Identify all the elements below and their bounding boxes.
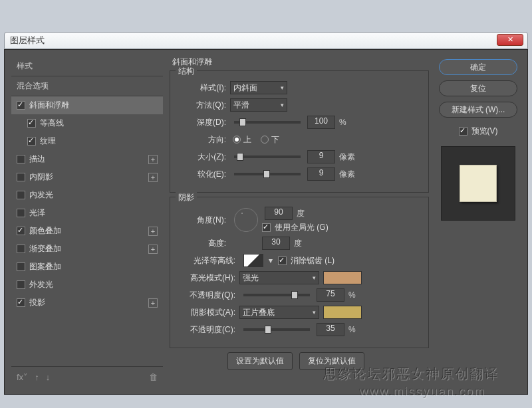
highlight-mode-label: 高光模式(H): [178, 272, 235, 284]
shadow-opacity-label: 不透明度(C): [178, 324, 235, 336]
close-button[interactable]: ✕ [497, 34, 523, 46]
style-bevel-emboss[interactable]: 斜面和浮雕 [11, 96, 163, 114]
up-arrow-icon[interactable]: ↑ [35, 372, 39, 382]
technique-label: 方法(Q): [178, 100, 226, 111]
size-unit: 像素 [339, 152, 355, 163]
highlight-color-swatch[interactable] [323, 271, 362, 284]
shadow-opacity-slider[interactable] [243, 328, 310, 331]
style-gradient-overlay[interactable]: 渐变叠加 + [11, 240, 163, 258]
blend-options-header[interactable]: 混合选项 [11, 76, 163, 96]
add-icon[interactable]: + [148, 227, 158, 236]
panel-heading: 斜面和浮雕 [172, 56, 429, 68]
style-drop-shadow[interactable]: 投影 + [11, 294, 163, 312]
trash-icon[interactable]: 🗑 [149, 372, 158, 382]
fx-icon[interactable]: fx˅ [17, 372, 28, 382]
checkbox-color-overlay[interactable] [17, 227, 25, 235]
styles-header[interactable]: 样式 [11, 56, 163, 76]
style-label: 颜色叠加 [29, 225, 61, 237]
style-label: 渐变叠加 [29, 243, 61, 255]
highlight-opacity-input[interactable]: 75 [317, 288, 344, 302]
style-label: 内发光 [29, 189, 53, 201]
depth-input[interactable]: 100 [307, 116, 335, 129]
angle-label: 角度(N): [178, 215, 226, 226]
technique-combo[interactable]: 平滑▾ [230, 98, 287, 112]
styles-list: 样式 混合选项 斜面和浮雕 等高线 纹理 描边 + 内阴影 + 内发光 [11, 56, 163, 387]
shadow-mode-combo[interactable]: 正片叠底▾ [239, 306, 319, 319]
checkbox-satin[interactable] [17, 209, 25, 217]
chevron-down-icon[interactable]: ▾ [269, 256, 273, 265]
titlebar: 图层样式 ✕ [4, 32, 528, 49]
style-label: 描边 [29, 153, 45, 165]
list-footer: fx˅ ↑ ↓ 🗑 [11, 366, 163, 387]
checkbox-inner-glow[interactable] [17, 191, 25, 199]
checkbox-stroke[interactable] [17, 155, 25, 163]
gloss-contour-picker[interactable] [243, 254, 263, 267]
style-label: 斜面和浮雕 [29, 100, 69, 111]
right-panel: 确定 复位 新建样式 (W)... 预览(V) [436, 56, 521, 387]
checkbox-pattern-overlay[interactable] [17, 262, 25, 271]
preview-checkbox[interactable] [459, 127, 467, 136]
soften-unit: 像素 [339, 169, 355, 180]
reset-default-button[interactable]: 复位为默认值 [299, 352, 364, 370]
direction-down-radio[interactable] [261, 136, 269, 144]
size-slider[interactable] [234, 155, 301, 158]
add-icon[interactable]: + [148, 155, 158, 164]
shadow-opacity-input[interactable]: 35 [317, 323, 344, 336]
global-light-checkbox[interactable] [262, 223, 271, 232]
direction-label: 方向: [178, 134, 226, 146]
style-inner-shadow[interactable]: 内阴影 + [11, 168, 163, 186]
style-stroke[interactable]: 描边 + [11, 150, 163, 168]
style-label: 等高线 [40, 118, 64, 129]
checkbox-drop-shadow[interactable] [17, 298, 25, 307]
altitude-input[interactable]: 30 [262, 237, 290, 250]
highlight-mode-combo[interactable]: 强光▾ [239, 271, 319, 284]
style-label: 投影 [29, 297, 45, 308]
angle-input[interactable]: 90 [265, 207, 293, 220]
soften-slider[interactable] [234, 173, 301, 175]
style-outer-glow[interactable]: 外发光 [11, 276, 163, 294]
make-default-button[interactable]: 设置为默认值 [227, 352, 293, 370]
antialias-checkbox[interactable] [278, 256, 287, 265]
add-icon[interactable]: + [148, 298, 158, 308]
style-satin[interactable]: 光泽 [11, 204, 163, 222]
soften-input[interactable]: 9 [307, 167, 335, 181]
style-texture[interactable]: 纹理 [11, 132, 163, 150]
add-icon[interactable]: + [148, 173, 158, 182]
chevron-down-icon: ▾ [313, 274, 316, 281]
highlight-opacity-label: 不透明度(Q): [178, 290, 235, 301]
preview-label: 预览(V) [471, 126, 498, 137]
ok-button[interactable]: 确定 [439, 59, 517, 75]
shading-legend: 阴影 [176, 192, 197, 203]
chevron-down-icon: ▾ [281, 102, 284, 108]
direction-up-radio[interactable] [233, 136, 241, 144]
style-label: 纹理 [40, 136, 56, 147]
altitude-label: 高度: [178, 238, 226, 249]
add-icon[interactable]: + [148, 245, 158, 254]
cancel-button[interactable]: 复位 [439, 80, 517, 96]
style-inner-glow[interactable]: 内发光 [11, 186, 163, 204]
style-pattern-overlay[interactable]: 图案叠加 [11, 258, 163, 276]
depth-unit: % [339, 118, 346, 127]
structure-group: 结构 样式(I): 内斜面▾ 方法(Q): 平滑▾ 深度(D): 100 % 方… [170, 70, 429, 193]
style-label: 图案叠加 [29, 261, 61, 272]
checkbox-contour[interactable] [27, 119, 36, 128]
size-input[interactable]: 9 [307, 150, 335, 163]
down-arrow-icon[interactable]: ↓ [46, 372, 51, 382]
shadow-color-swatch[interactable] [323, 306, 362, 319]
style-combo[interactable]: 内斜面▾ [230, 81, 287, 94]
style-label: 光泽 [29, 207, 45, 219]
checkbox-bevel[interactable] [17, 101, 25, 110]
size-label: 大小(Z): [178, 152, 226, 163]
style-contour[interactable]: 等高线 [11, 114, 163, 132]
highlight-opacity-slider[interactable] [243, 294, 310, 296]
style-label: 内阴影 [29, 171, 53, 183]
new-style-button[interactable]: 新建样式 (W)... [439, 102, 517, 118]
angle-dial[interactable] [234, 208, 258, 232]
checkbox-inner-shadow[interactable] [17, 173, 25, 181]
checkbox-outer-glow[interactable] [17, 280, 25, 289]
style-color-overlay[interactable]: 颜色叠加 + [11, 222, 163, 240]
chevron-down-icon: ▾ [313, 309, 316, 316]
depth-slider[interactable] [234, 121, 301, 124]
checkbox-texture[interactable] [27, 137, 36, 146]
checkbox-gradient-overlay[interactable] [17, 245, 25, 253]
